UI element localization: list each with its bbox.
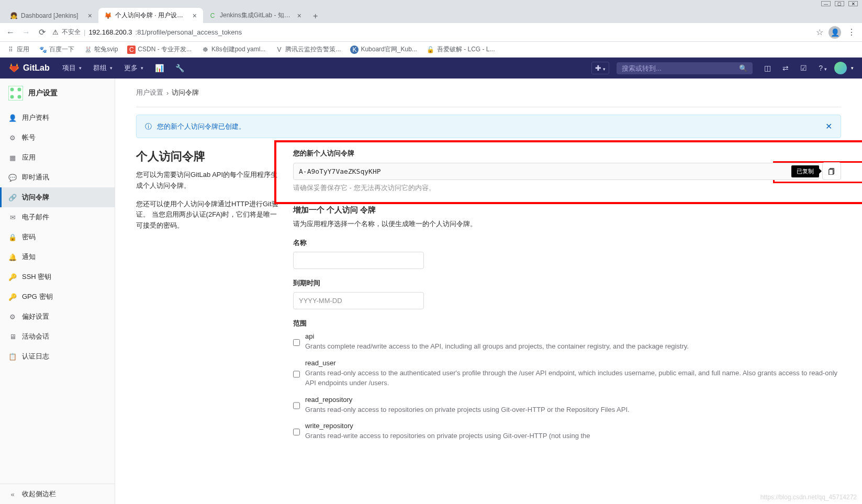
- page-title: 个人访问令牌: [136, 149, 283, 164]
- sidebar-item-emails[interactable]: ✉电子邮件: [0, 207, 115, 227]
- bookmark-item[interactable]: ☸K8s创建pod yaml...: [201, 45, 265, 54]
- activity-icon[interactable]: 📊: [151, 61, 168, 75]
- sidebar-item-gpg[interactable]: 🔑GPG 密钥: [0, 287, 115, 307]
- issues-icon[interactable]: ◫: [760, 61, 775, 75]
- scope-read-user: read_userGrants read-only access to the …: [293, 359, 841, 388]
- scope-checkbox-read-repo[interactable]: [293, 397, 300, 415]
- help-icon[interactable]: ?: [814, 61, 831, 75]
- success-alert: ⓘ 您的新个人访问令牌已创建。 ✕: [136, 115, 841, 138]
- monitor-icon: 🖥: [8, 332, 17, 341]
- todos-icon[interactable]: ☑: [796, 61, 811, 75]
- bookmark-item[interactable]: CCSDN - 专业开发...: [127, 45, 192, 54]
- sidebar-item-chat[interactable]: 💬即时通讯: [0, 167, 115, 187]
- breadcrumb-leaf: 访问令牌: [172, 88, 199, 97]
- info-icon: ⓘ: [145, 122, 152, 131]
- page-desc-1: 您可以为需要访问GitLab API的每个应用程序生成个人访问令牌。: [136, 170, 283, 192]
- main-content: 用户设置 › 访问令牌 ⓘ 您的新个人访问令牌已创建。 ✕ 个人访问令牌 您可以…: [115, 79, 862, 504]
- window-close[interactable]: ✕: [848, 1, 858, 6]
- copied-tooltip: 已复制: [791, 165, 819, 177]
- svg-point-3: [10, 95, 14, 99]
- sidebar-item-account[interactable]: ⚙帐号: [0, 128, 115, 148]
- nav-reload-button[interactable]: ⟳: [37, 27, 47, 38]
- bookmark-item[interactable]: KKuboard官网_Kub...: [350, 45, 417, 54]
- alert-close-button[interactable]: ✕: [825, 121, 832, 131]
- insecure-icon: ⚠: [52, 28, 59, 36]
- tab-title: Jenkins集成GitLab - 知乎 - osc: [220, 11, 293, 20]
- scope-checkbox-api[interactable]: [293, 333, 300, 352]
- url-path: :81/profile/personal_access_tokens: [136, 28, 242, 36]
- sidebar-title: 用户设置: [28, 88, 58, 98]
- nav-more[interactable]: 更多: [120, 60, 148, 76]
- sidebar-item-ssh[interactable]: 🔑SSH 密钥: [0, 267, 115, 287]
- sidebar-item-preferences[interactable]: ⚙偏好设置: [0, 307, 115, 327]
- token-expiry-input[interactable]: [293, 292, 424, 309]
- breadcrumb-root[interactable]: 用户设置: [136, 88, 163, 97]
- search-box[interactable]: 🔍: [617, 62, 753, 74]
- sidebar: 用户设置 👤用户资料 ⚙帐号 ▦应用 💬即时通讯 🔗访问令牌 ✉电子邮件 🔒密码…: [0, 79, 115, 504]
- gear-icon: ⚙: [8, 133, 17, 142]
- log-icon: 📋: [8, 352, 17, 361]
- gitlab-logo[interactable]: GitLab: [8, 62, 50, 74]
- breadcrumb-sep: ›: [166, 89, 169, 97]
- plus-menu[interactable]: ✚: [591, 62, 609, 74]
- chevron-left-icon: «: [8, 490, 17, 498]
- nav-forward-button[interactable]: →: [21, 27, 31, 38]
- insecure-label: 不安全: [62, 28, 81, 37]
- sidebar-item-notifications[interactable]: 🔔通知: [0, 247, 115, 267]
- token-name-input[interactable]: [293, 252, 424, 269]
- sidebar-item-tokens[interactable]: 🔗访问令牌: [0, 187, 115, 207]
- chevron-down-icon[interactable]: ▾: [851, 65, 854, 71]
- sliders-icon: ⚙: [8, 312, 17, 321]
- add-token-title: 增加一个 个人访问 令牌: [293, 205, 841, 215]
- wrench-icon[interactable]: 🔧: [171, 61, 188, 75]
- browser-tab-1[interactable]: 🦊 个人访问令牌 · 用户设置 · GitLa ×: [98, 8, 203, 23]
- new-token-label: 您的新个人访问令牌: [293, 149, 841, 158]
- svg-rect-0: [8, 86, 23, 100]
- scope-checkbox-read-user[interactable]: [293, 360, 300, 388]
- browser-menu-button[interactable]: ⋮: [846, 27, 857, 38]
- tab-title: 个人访问令牌 · 用户设置 · GitLa: [115, 11, 188, 20]
- bookmark-item[interactable]: 🐾百度一下: [39, 45, 74, 54]
- token-value-input[interactable]: [293, 163, 819, 180]
- tab-close-icon[interactable]: ×: [87, 12, 93, 20]
- bookmark-star-icon[interactable]: ☆: [816, 27, 823, 37]
- nav-groups[interactable]: 群组: [89, 60, 117, 76]
- bookmark-item[interactable]: 🐰鸵兔svip: [84, 45, 118, 54]
- svg-rect-6: [829, 170, 833, 175]
- address-bar[interactable]: ⚠ 不安全 | 192.168.200.3:81/profile/persona…: [52, 27, 823, 37]
- breadcrumb: 用户设置 › 访问令牌: [136, 88, 841, 97]
- browser-tab-0[interactable]: 👧 Dashboard [Jenkins] ×: [4, 8, 98, 23]
- tab-favicon: 🦊: [104, 12, 112, 20]
- sidebar-item-apps[interactable]: ▦应用: [0, 148, 115, 167]
- window-minimize[interactable]: —: [821, 1, 831, 6]
- scope-read-repository: read_repositoryGrants read-only access t…: [293, 396, 841, 415]
- scope-checkbox-write-repo[interactable]: [293, 423, 300, 441]
- sidebar-item-sessions[interactable]: 🖥活动会话: [0, 327, 115, 346]
- sidebar-header: 用户设置: [0, 79, 115, 108]
- sidebar-item-password[interactable]: 🔒密码: [0, 227, 115, 247]
- new-tab-button[interactable]: +: [308, 9, 323, 23]
- svg-point-2: [18, 88, 21, 92]
- key-icon: 🔑: [8, 293, 17, 301]
- copy-token-button[interactable]: [822, 162, 841, 180]
- key-icon: 🔑: [8, 273, 17, 281]
- window-maximize[interactable]: ▢: [835, 1, 844, 6]
- bookmark-apps[interactable]: ⠿应用: [6, 45, 29, 54]
- nav-back-button[interactable]: ←: [5, 27, 16, 38]
- search-icon[interactable]: 🔍: [739, 64, 747, 72]
- sidebar-item-profile[interactable]: 👤用户资料: [0, 108, 115, 128]
- bookmark-item[interactable]: V腾讯云监控告警策...: [275, 45, 341, 54]
- tab-close-icon[interactable]: ×: [296, 12, 303, 20]
- sidebar-item-auth-log[interactable]: 📋认证日志: [0, 346, 115, 366]
- user-avatar[interactable]: [834, 62, 847, 74]
- user-icon: 👤: [8, 114, 17, 122]
- profile-avatar[interactable]: 👤: [829, 26, 841, 39]
- merge-requests-icon[interactable]: ⇄: [778, 61, 793, 75]
- collapse-sidebar[interactable]: « 收起侧边栏: [0, 484, 115, 504]
- search-input[interactable]: [622, 64, 736, 72]
- nav-projects[interactable]: 项目: [58, 60, 86, 76]
- tab-close-icon[interactable]: ×: [192, 12, 198, 20]
- browser-tab-2[interactable]: C Jenkins集成GitLab - 知乎 - osc ×: [203, 8, 308, 23]
- gitlab-header: GitLab 项目 群组 更多 📊 🔧 ✚ 🔍 ◫ ⇄ ☑ ? ▾: [0, 58, 862, 79]
- bookmark-item[interactable]: 🔓吾爱破解 - LCG - L...: [427, 45, 495, 54]
